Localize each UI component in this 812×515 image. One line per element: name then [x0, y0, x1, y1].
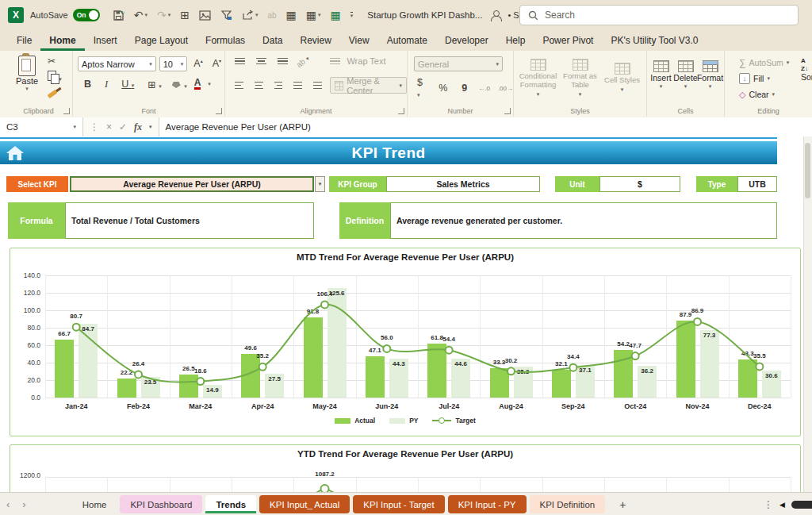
ribbon-tab-review[interactable]: Review	[291, 30, 339, 51]
comma-style-icon[interactable]: 9	[462, 83, 467, 94]
save-icon[interactable]: ↻	[113, 10, 124, 21]
number-dialog-launcher-icon[interactable]	[504, 108, 511, 114]
sheet-icon[interactable]: ▦	[331, 9, 341, 21]
borders-icon[interactable]: ⊞ ▾	[147, 79, 161, 90]
excel-app-icon[interactable]: X	[8, 7, 24, 23]
ribbon-tab-page-layout[interactable]: Page Layout	[126, 30, 197, 51]
undo-icon[interactable]: ↶▾	[134, 9, 147, 21]
font-name-select[interactable]: Aptos Narrow▾	[78, 56, 156, 71]
new-sheet-button[interactable]: +	[619, 498, 626, 511]
insert-picture-icon[interactable]	[199, 10, 211, 21]
align-top-icon[interactable]	[235, 58, 245, 65]
format-painter-icon[interactable]	[48, 87, 57, 98]
sheet-tab-trends[interactable]: Trends	[205, 495, 256, 513]
shrink-font-icon[interactable]: A▾	[213, 58, 221, 69]
bar-actual	[179, 375, 198, 398]
align-left-icon[interactable]	[235, 82, 243, 89]
ribbon-tab-pk-s-utility-tool-v3-0[interactable]: PK's Utility Tool V3.0	[602, 30, 707, 51]
select-kpi-dropdown[interactable]: Average Revenue Per User (ARPU)	[70, 176, 314, 192]
document-title[interactable]: Startup Growth KPI Dashb...	[367, 10, 482, 20]
percent-icon[interactable]: %	[439, 83, 447, 94]
x-axis-label: May-24	[303, 402, 347, 410]
font-color-icon[interactable]: A	[194, 79, 201, 90]
ribbon-tab-formulas[interactable]: Formulas	[197, 30, 254, 51]
author-presence-icon[interactable]	[490, 10, 501, 21]
sheet-tab-home[interactable]: Home	[72, 495, 117, 513]
select-kpi-dropdown-arrow-icon[interactable]: ▾	[315, 176, 325, 192]
home-icon[interactable]	[3, 143, 27, 163]
italic-button[interactable]: I	[105, 79, 108, 90]
horizontal-scrollbar-thumb[interactable]	[791, 501, 812, 509]
search-placeholder: Search	[545, 10, 575, 21]
increase-decimal-icon[interactable]: ←.0	[478, 85, 490, 92]
bold-button[interactable]: B	[84, 79, 91, 90]
grow-font-icon[interactable]: A▴	[193, 58, 202, 69]
font-size-select[interactable]: 10▾	[159, 56, 188, 71]
customize-qat-icon[interactable]: ▾	[350, 12, 354, 19]
insert-cells-button[interactable]: Insert▾	[649, 60, 673, 90]
decrease-indent-icon[interactable]	[293, 82, 302, 89]
sort-filter-button[interactable]: AZ↓ Sort & Filter	[801, 57, 812, 83]
sheet-tab-kpi-definition[interactable]: KPI Definition	[530, 495, 606, 513]
ribbon-tab-home[interactable]: Home	[40, 30, 84, 51]
filter-icon[interactable]	[220, 10, 232, 21]
formula-bar: C3▾ ⋮ × ✓ fx ▾ Average Revenue Per User …	[0, 117, 812, 137]
legend-label-target: Target	[455, 417, 475, 425]
fill-button[interactable]: ↓Fill▾	[739, 71, 789, 86]
vertical-scrollbar[interactable]	[803, 136, 812, 492]
paste-button[interactable]: Paste▾	[11, 56, 43, 92]
orientation-icon[interactable]: ab ▾	[295, 53, 311, 69]
type-value: UTB	[737, 176, 777, 192]
namebox-menu-icon[interactable]: ⋮	[90, 121, 99, 133]
ribbon-tab-developer[interactable]: Developer	[436, 30, 497, 51]
cut-icon[interactable]: ✂	[48, 56, 56, 67]
name-box[interactable]: C3▾	[0, 117, 83, 136]
share-icon[interactable]: ▾	[242, 10, 259, 21]
draw-table-icon[interactable]: ⊞	[180, 9, 190, 21]
align-right-icon[interactable]	[274, 82, 283, 89]
table-icon[interactable]: ▦▾	[306, 9, 321, 21]
increase-indent-icon[interactable]	[313, 82, 322, 89]
sheet-nav-prev-icon[interactable]: ‹	[6, 498, 10, 510]
ribbon-tab-help[interactable]: Help	[497, 30, 534, 51]
copy-icon[interactable]: ▾	[48, 71, 62, 83]
mtd-trend-chart[interactable]: MTD Trend For Average Revenue Per User (…	[10, 248, 801, 436]
sheet-tab-kpi-input-py[interactable]: KPI Input - PY	[448, 495, 527, 513]
align-center-icon[interactable]	[255, 82, 263, 89]
formula-input[interactable]: Average Revenue Per User (ARPU)	[159, 117, 812, 136]
ribbon-tab-file[interactable]: File	[8, 30, 40, 51]
ribbon-tab-insert[interactable]: Insert	[85, 30, 126, 51]
ytd-trend-chart[interactable]: YTD Trend For Average Revenue Per User (…	[10, 444, 801, 492]
font-dialog-launcher-icon[interactable]	[216, 108, 222, 114]
insert-function-icon[interactable]: fx	[134, 121, 142, 133]
data-label-py: 23.5	[135, 379, 167, 386]
currency-icon[interactable]: $ ▾	[417, 77, 424, 99]
hscroll-left-icon[interactable]: ◀	[779, 501, 785, 509]
delete-cells-button[interactable]: Delete▾	[673, 60, 698, 90]
sheet-tab-kpi-dashboard[interactable]: KPI Dashboard	[120, 495, 202, 513]
gridline	[356, 477, 357, 492]
format-cells-button[interactable]: Format▾	[698, 60, 722, 90]
ribbon-tab-power-pivot[interactable]: Power Pivot	[534, 30, 602, 51]
formula-expand-icon[interactable]: ▾	[149, 124, 152, 130]
sheet-tab-kpi-input-actual[interactable]: KPI Input_ Actual	[259, 495, 350, 513]
search-input[interactable]: Search	[519, 5, 799, 25]
align-middle-icon[interactable]	[256, 58, 266, 65]
autosave-toggle[interactable]: On	[73, 9, 100, 21]
ribbon-tab-data[interactable]: Data	[254, 30, 291, 51]
alignment-dialog-launcher-icon[interactable]	[398, 108, 404, 114]
vertical-scrollbar-thumb[interactable]	[805, 143, 810, 198]
clear-button[interactable]: ◇Clear▾	[739, 87, 789, 102]
fill-color-icon[interactable]: ▾	[172, 77, 187, 91]
sheet-tab-kpi-input-target[interactable]: KPI Input - Target	[353, 495, 444, 513]
clipboard-dialog-launcher-icon[interactable]	[63, 108, 70, 114]
pivot-table-icon[interactable]: ▦	[286, 9, 297, 21]
underline-button[interactable]: U ▾	[121, 79, 134, 90]
sheet-nav-next-icon[interactable]: ›	[22, 498, 25, 510]
tab-overflow-menu-icon[interactable]: ⋮	[764, 499, 773, 510]
decrease-decimal-icon[interactable]: .00→	[498, 85, 513, 92]
ribbon-tab-automate[interactable]: Automate	[378, 30, 436, 51]
ribbon-tab-view[interactable]: View	[340, 30, 378, 51]
align-bottom-icon[interactable]	[278, 58, 288, 65]
gridline	[791, 477, 791, 492]
